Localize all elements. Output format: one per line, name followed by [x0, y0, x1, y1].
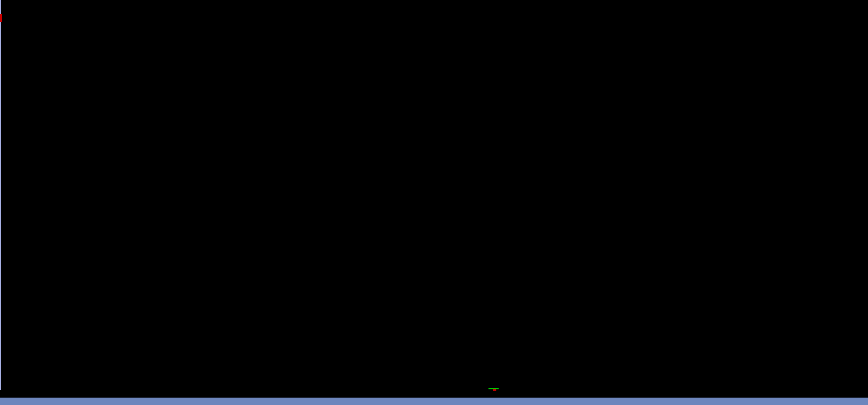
left-edge-red-tick [0, 14, 2, 22]
price-chart-pane[interactable] [0, 0, 868, 212]
date-axis-bottom [0, 390, 868, 398]
amibroker-window: { "colors":{"w":"#ffffff","g":"#00df00",… [0, 0, 868, 405]
amibroker-credit-bar [0, 398, 868, 405]
crosshair-cursor-line [0, 0, 1, 390]
oscillator-chart-pane[interactable] [0, 229, 868, 377]
cursor-foot-red-tick [493, 389, 496, 391]
date-axis-top [0, 0, 868, 8]
